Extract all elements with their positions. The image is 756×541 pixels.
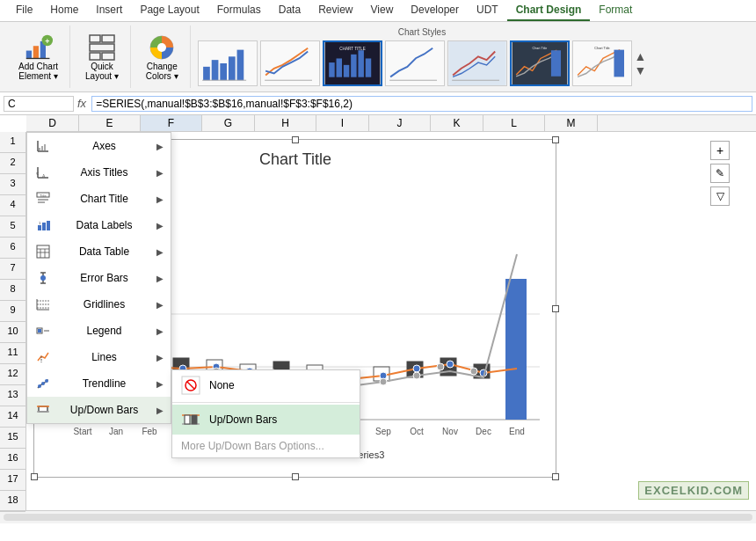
add-chart-element-button[interactable]: + Add ChartElement ▾ bbox=[12, 31, 64, 84]
col-header-m: M bbox=[545, 115, 598, 131]
menu-item-axis-titles[interactable]: AA Axis Titles ▶ bbox=[27, 159, 171, 186]
svg-rect-1 bbox=[33, 46, 38, 58]
row-14: 14 bbox=[0, 406, 25, 428]
svg-rect-9 bbox=[90, 53, 100, 60]
sheet-area: Chart Title 0 200 400 Start Jan Feb Mar … bbox=[26, 132, 756, 510]
name-box[interactable] bbox=[4, 96, 74, 112]
row-13: 13 bbox=[0, 385, 25, 406]
menu-item-gridlines-label: Gridlines bbox=[84, 298, 125, 311]
handle-top[interactable] bbox=[292, 136, 299, 143]
svg-text:Sep: Sep bbox=[375, 427, 391, 436]
change-colors-button[interactable]: ChangeColors ▾ bbox=[140, 31, 185, 84]
row-numbers: 1 2 3 4 5 6 7 8 9 10 11 12 13 14 15 16 1… bbox=[0, 132, 26, 510]
ribbon-group-add-chart: + Add ChartElement ▾ bbox=[7, 26, 70, 88]
menu-item-error-bars[interactable]: Error Bars ▶ bbox=[27, 265, 171, 291]
tab-udt[interactable]: UDT bbox=[468, 0, 507, 21]
col-header-i: I bbox=[316, 115, 369, 131]
menu-item-gridlines[interactable]: Gridlines ▶ bbox=[27, 291, 171, 318]
svg-rect-0 bbox=[25, 50, 31, 58]
change-colors-icon bbox=[148, 33, 176, 62]
menu-item-data-table[interactable]: Data Table ▶ bbox=[27, 238, 171, 265]
chart-style-1[interactable] bbox=[198, 40, 258, 86]
menu-item-trendline-label: Trendline bbox=[83, 377, 127, 390]
chart-side-icons: + ✎ ▽ bbox=[710, 141, 730, 206]
chart-style-7[interactable]: Chart Title bbox=[572, 40, 632, 86]
chart-styles-icon[interactable]: ✎ bbox=[710, 164, 730, 183]
tab-data[interactable]: Data bbox=[270, 0, 309, 21]
ribbon-tabs: File Home Insert Page Layout Formulas Da… bbox=[0, 0, 756, 22]
tab-file[interactable]: File bbox=[7, 0, 41, 21]
svg-rect-123 bbox=[47, 221, 50, 230]
formula-input[interactable] bbox=[91, 96, 752, 112]
tab-insert[interactable]: Insert bbox=[87, 0, 131, 21]
handle-tr[interactable] bbox=[552, 136, 559, 143]
row-16: 16 bbox=[0, 449, 25, 470]
change-colors-label: ChangeColors ▾ bbox=[146, 62, 178, 81]
svg-text:Start: Start bbox=[73, 427, 91, 436]
menu-item-axes[interactable]: Axes ▶ bbox=[27, 133, 171, 159]
ribbon-content: + Add ChartElement ▾ QuickLay bbox=[0, 22, 756, 91]
chart-style-6[interactable]: Chart Title bbox=[510, 40, 570, 86]
tab-home[interactable]: Home bbox=[41, 0, 87, 21]
svg-rect-121 bbox=[38, 225, 41, 230]
svg-text:Feb: Feb bbox=[142, 427, 157, 436]
chart-style-5[interactable] bbox=[447, 40, 507, 86]
formula-bar: fx bbox=[0, 92, 756, 115]
menu-item-lines[interactable]: Lines ▶ bbox=[27, 344, 171, 370]
trendline-icon bbox=[34, 375, 52, 392]
menu-item-data-table-arrow: ▶ bbox=[156, 247, 164, 257]
tab-view[interactable]: View bbox=[362, 0, 403, 21]
svg-rect-146 bbox=[39, 406, 47, 412]
col-header-f: F bbox=[141, 115, 202, 131]
tab-formulas[interactable]: Formulas bbox=[208, 0, 270, 21]
ribbon-group-change-colors: ChangeColors ▾ bbox=[134, 26, 191, 88]
row-12: 12 bbox=[0, 364, 25, 385]
chart-elements-icon[interactable]: + bbox=[710, 141, 730, 160]
svg-rect-39 bbox=[614, 50, 624, 77]
tab-review[interactable]: Review bbox=[309, 0, 361, 21]
chart-filters-icon[interactable]: ▽ bbox=[710, 186, 730, 206]
data-table-icon bbox=[34, 243, 52, 260]
tab-format[interactable]: Format bbox=[590, 0, 641, 21]
menu-item-updown-bars-arrow: ▶ bbox=[156, 406, 164, 415]
handle-bl[interactable] bbox=[31, 473, 38, 480]
updown-bars-icon bbox=[34, 401, 52, 419]
tab-pagelayout[interactable]: Page Layout bbox=[131, 0, 207, 21]
menu-item-legend[interactable]: Legend ▶ bbox=[27, 318, 171, 344]
submenu-more-options-label: More Up/Down Bars Options... bbox=[181, 440, 324, 452]
quick-layout-button[interactable]: QuickLayout ▾ bbox=[79, 31, 125, 84]
menu-item-legend-arrow: ▶ bbox=[156, 326, 164, 336]
tab-chartdesign[interactable]: Chart Design bbox=[507, 0, 591, 21]
submenu-item-none[interactable]: None bbox=[172, 370, 360, 400]
row-6: 6 bbox=[0, 238, 25, 259]
chart-style-2[interactable] bbox=[260, 40, 320, 86]
quick-layout-icon bbox=[88, 33, 116, 62]
tab-developer[interactable]: Developer bbox=[402, 0, 468, 21]
menu-item-error-bars-label: Error Bars bbox=[80, 272, 128, 284]
horizontal-scrollbar[interactable] bbox=[4, 514, 752, 521]
ribbon-group-chart-styles: Chart Styles bbox=[194, 26, 651, 88]
menu-item-data-labels[interactable]: 1 Data Labels ▶ bbox=[27, 212, 171, 238]
submenu-item-updown[interactable]: Up/Down Bars bbox=[172, 405, 360, 435]
error-bars-icon bbox=[34, 269, 52, 287]
svg-rect-140 bbox=[38, 329, 41, 333]
menu-item-updown-bars[interactable]: Up/Down Bars ▶ bbox=[27, 397, 171, 423]
menu-item-trendline[interactable]: Trendline ▶ bbox=[27, 370, 171, 397]
svg-text:Oct: Oct bbox=[410, 427, 424, 436]
handle-br[interactable] bbox=[552, 473, 559, 480]
chart-style-3[interactable]: CHART TITLE bbox=[323, 40, 382, 86]
svg-rect-122 bbox=[42, 223, 46, 230]
menu-item-chart-title[interactable]: Title Chart Title ▶ bbox=[27, 186, 171, 212]
row-8: 8 bbox=[0, 280, 25, 301]
chart-styles-scroll[interactable]: ▲ ▼ bbox=[635, 49, 647, 77]
row-11: 11 bbox=[0, 343, 25, 364]
svg-point-12 bbox=[157, 43, 166, 52]
chart-style-4[interactable] bbox=[385, 40, 445, 86]
svg-point-99 bbox=[470, 368, 477, 375]
axes-icon bbox=[34, 137, 52, 155]
legend-icon bbox=[34, 322, 52, 340]
bottom-scrollbar[interactable] bbox=[0, 510, 756, 523]
handle-right[interactable] bbox=[552, 305, 559, 312]
svg-rect-16 bbox=[220, 63, 227, 80]
handle-bottom[interactable] bbox=[292, 473, 299, 480]
